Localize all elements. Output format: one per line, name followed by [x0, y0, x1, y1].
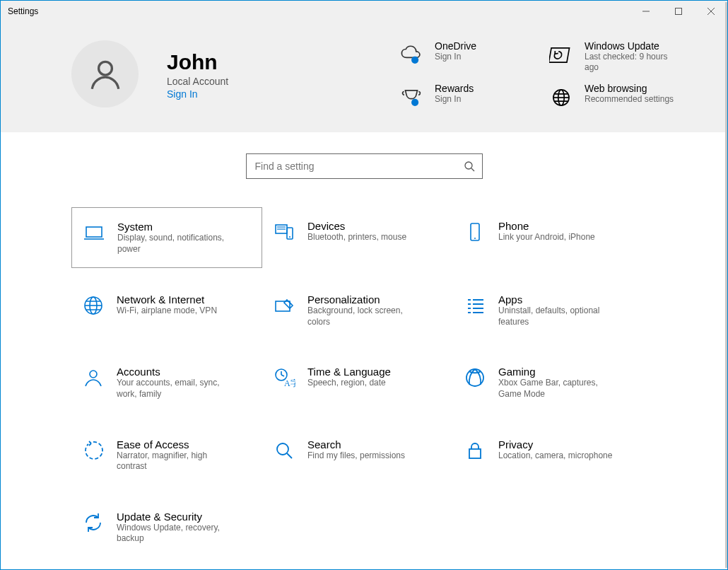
- scrollbar[interactable]: [725, 2, 727, 568]
- search-input[interactable]: [254, 160, 464, 173]
- svg-text:A字: A字: [284, 378, 295, 388]
- svg-line-38: [281, 375, 284, 376]
- cat-sub: Background, lock screen, colors: [307, 306, 428, 327]
- category-apps[interactable]: AppsUninstall, defaults, optional featur…: [453, 281, 644, 340]
- cat-sub: Location, camera, microphone: [498, 450, 612, 462]
- svg-rect-43: [469, 449, 481, 458]
- category-devices[interactable]: DevicesBluetooth, printers, mouse: [262, 207, 453, 268]
- tile-onedrive[interactable]: OneDrive Sign In: [394, 37, 535, 76]
- tile-web-browsing[interactable]: Web browsing Recommended settings: [544, 80, 685, 115]
- cat-title: Accounts: [117, 366, 237, 378]
- cat-sub: Speech, region, date: [307, 378, 391, 389]
- titlebar: Settings: [1, 1, 727, 22]
- svg-point-7: [411, 99, 418, 106]
- gaming-icon: [463, 366, 487, 390]
- tile-title: Web browsing: [585, 83, 674, 94]
- cat-sub: Find my files, permissions: [307, 450, 405, 462]
- tile-title: Windows Update: [585, 40, 682, 52]
- globe-icon: [546, 83, 576, 112]
- user-avatar[interactable]: [71, 40, 139, 107]
- tile-sub: Last checked: 9 hours ago: [585, 52, 682, 73]
- tile-rewards[interactable]: Rewards Sign In: [394, 80, 535, 115]
- category-privacy[interactable]: PrivacyLocation, camera, microphone: [453, 426, 644, 485]
- laptop-icon: [82, 221, 106, 245]
- globe-icon: [81, 293, 105, 318]
- search-icon: [272, 438, 296, 463]
- cat-title: Update & Security: [117, 511, 237, 523]
- minimize-button[interactable]: [630, 1, 662, 22]
- cat-sub: Link your Android, iPhone: [498, 232, 595, 243]
- ease-icon: [81, 438, 105, 463]
- paint-icon: [272, 293, 296, 318]
- maximize-button[interactable]: [662, 1, 695, 22]
- cat-title: Time & Language: [307, 366, 391, 378]
- phone-icon: [463, 220, 487, 244]
- tile-sub: Sign In: [435, 52, 476, 62]
- category-search[interactable]: SearchFind my files, permissions: [262, 426, 453, 485]
- category-grid: SystemDisplay, sound, notifications, pow…: [71, 207, 657, 557]
- search-icon: [464, 161, 475, 172]
- cat-sub: Uninstall, defaults, optional features: [498, 306, 618, 327]
- category-phone[interactable]: PhoneLink your Android, iPhone: [453, 207, 644, 268]
- svg-point-35: [90, 371, 97, 378]
- svg-rect-1: [676, 8, 682, 15]
- cat-title: Personalization: [307, 293, 428, 306]
- cat-sub: Narrator, magnifier, high contrast: [117, 450, 237, 472]
- close-button[interactable]: [695, 1, 727, 22]
- tile-title: Rewards: [435, 83, 474, 94]
- header: John Local Account Sign In OneDrive Sign…: [1, 22, 727, 132]
- cat-sub: Your accounts, email, sync, work, family: [117, 378, 237, 400]
- search-box[interactable]: [246, 153, 483, 179]
- onedrive-icon: [397, 40, 426, 70]
- cat-sub: Xbox Game Bar, captures, Game Mode: [498, 378, 618, 400]
- cat-title: Gaming: [498, 366, 618, 378]
- svg-rect-6: [549, 48, 570, 62]
- lock-icon: [463, 438, 487, 463]
- tile-windows-update[interactable]: Windows Update Last checked: 9 hours ago: [544, 37, 685, 76]
- category-personalization[interactable]: PersonalizationBackground, lock screen, …: [262, 281, 453, 340]
- user-type: Local Account: [167, 76, 228, 87]
- svg-line-42: [287, 453, 292, 458]
- svg-point-5: [411, 57, 418, 64]
- person-icon: [81, 366, 105, 390]
- cat-title: Search: [307, 438, 405, 450]
- cat-title: Ease of Access: [117, 438, 237, 450]
- person-icon: [88, 57, 123, 92]
- cat-title: Network & Internet: [117, 293, 217, 306]
- rewards-icon: [397, 83, 426, 112]
- tile-sub: Recommended settings: [585, 94, 674, 105]
- svg-point-41: [277, 443, 288, 455]
- category-accounts[interactable]: AccountsYour accounts, email, sync, work…: [71, 353, 262, 412]
- category-network[interactable]: Network & InternetWi-Fi, airplane mode, …: [71, 281, 262, 340]
- cat-title: Phone: [498, 220, 595, 232]
- signin-link[interactable]: Sign In: [167, 88, 228, 100]
- cat-title: Apps: [498, 293, 618, 306]
- category-system[interactable]: SystemDisplay, sound, notifications, pow…: [71, 207, 262, 268]
- settings-window: Settings John Local Account Sign In: [0, 0, 728, 570]
- update-icon: [546, 40, 576, 70]
- svg-point-21: [474, 238, 476, 239]
- category-time-language[interactable]: A字 Time & LanguageSpeech, region, date: [262, 353, 453, 412]
- user-info: John Local Account Sign In: [167, 50, 242, 100]
- cat-sub: Wi-Fi, airplane mode, VPN: [117, 306, 217, 317]
- cat-sub: Windows Update, recovery, backup: [117, 523, 237, 545]
- svg-point-4: [98, 62, 112, 75]
- tile-sub: Sign In: [435, 94, 474, 105]
- user-name: John: [167, 50, 228, 74]
- cat-title: Privacy: [498, 438, 612, 450]
- cat-title: System: [117, 221, 237, 233]
- cat-sub: Display, sound, notifications, power: [117, 233, 237, 255]
- category-update-security[interactable]: Update & SecurityWindows Update, recover…: [71, 498, 262, 557]
- cat-sub: Bluetooth, printers, mouse: [307, 232, 406, 243]
- cat-title: Devices: [307, 220, 406, 232]
- main: SystemDisplay, sound, notifications, pow…: [1, 132, 727, 570]
- category-ease-of-access[interactable]: Ease of AccessNarrator, magnifier, high …: [71, 426, 262, 485]
- svg-rect-13: [86, 227, 102, 237]
- tile-title: OneDrive: [435, 40, 476, 52]
- window-title: Settings: [8, 6, 38, 16]
- time-language-icon: A字: [272, 366, 296, 390]
- update-icon: [81, 511, 105, 535]
- svg-line-12: [471, 168, 474, 171]
- category-gaming[interactable]: GamingXbox Game Bar, captures, Game Mode: [453, 353, 644, 412]
- svg-point-11: [465, 162, 472, 169]
